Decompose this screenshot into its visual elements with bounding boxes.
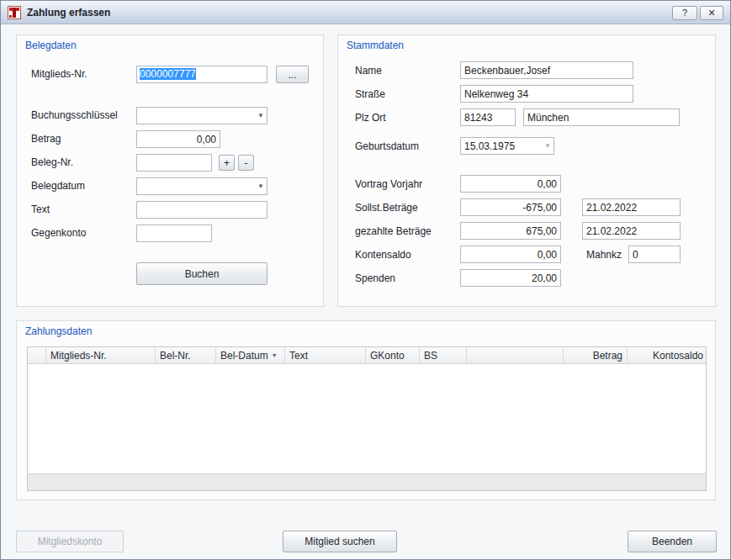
- chevron-down-icon[interactable]: ▼: [544, 142, 551, 151]
- column-header-betrag[interactable]: Betrag: [564, 347, 628, 363]
- mahnkz-input[interactable]: [628, 246, 681, 263]
- betrag-label: Betrag: [31, 133, 61, 145]
- kontensaldo-label: Kontensaldo: [355, 249, 411, 261]
- chevron-down-icon[interactable]: ▼: [257, 182, 264, 191]
- name-input[interactable]: [460, 61, 633, 79]
- sollst-betraege-label: Sollst.Beträge: [355, 202, 418, 214]
- beleg-nr-label: Beleg-Nr.: [31, 156, 73, 168]
- buchungsschluessel-label: Buchungsschlüssel: [31, 109, 118, 121]
- sort-desc-icon: ▼: [272, 352, 278, 358]
- geburtsdatum-label: Geburtsdatum: [355, 140, 419, 152]
- plz-ort-label: Plz Ort: [355, 112, 386, 124]
- gegenkonto-label: Gegenkonto: [31, 227, 86, 239]
- help-button[interactable]: ?: [672, 6, 697, 20]
- mahnkz-label: Mahnkz: [586, 249, 622, 261]
- gegenkonto-input[interactable]: [136, 225, 212, 242]
- grid-body-empty: [28, 364, 706, 473]
- close-button[interactable]: ✕: [700, 6, 723, 20]
- window-title: Zahlung erfassen: [27, 7, 110, 18]
- name-label: Name: [355, 65, 382, 77]
- belegdaten-title: Belegdaten: [25, 40, 77, 51]
- strasse-label: Straße: [355, 88, 385, 100]
- mitgliedskonto-button[interactable]: Mitgliedskonto: [16, 531, 124, 552]
- text-input[interactable]: [136, 201, 268, 219]
- kontensaldo-input[interactable]: [460, 246, 561, 263]
- beleg-nr-input[interactable]: [136, 154, 212, 172]
- stammdaten-title: Stammdaten: [347, 40, 404, 51]
- column-header-text[interactable]: Text: [285, 347, 366, 363]
- grid-footer-strip: [28, 473, 706, 490]
- column-header-indicator: [28, 347, 46, 363]
- grid-header: Mitglieds-Nr. Bel-Nr. Bel-Datum ▼ Text G…: [28, 347, 706, 364]
- vortrag-vorjahr-label: Vortrag Vorjahr: [355, 178, 422, 190]
- vortrag-vorjahr-input[interactable]: [460, 175, 561, 193]
- belegdatum-combo[interactable]: ▼: [136, 177, 268, 195]
- column-header-bel-nr[interactable]: Bel-Nr.: [156, 347, 216, 363]
- column-header-empty[interactable]: [467, 347, 564, 363]
- spenden-label: Spenden: [355, 272, 395, 284]
- zahlung-erfassen-window: Zahlung erfassen ? ✕ Belegdaten Mitglied…: [0, 0, 731, 560]
- gezahlte-betraege-input[interactable]: [460, 222, 561, 240]
- zahlungsdaten-grid: Mitglieds-Nr. Bel-Nr. Bel-Datum ▼ Text G…: [27, 346, 707, 491]
- mitglieds-nr-value: 0000007777: [140, 68, 196, 80]
- ort-input[interactable]: [523, 108, 680, 126]
- belegdatum-label: Belegdatum: [31, 180, 85, 192]
- betrag-input[interactable]: [136, 130, 220, 148]
- plz-input[interactable]: [460, 108, 516, 126]
- gezahlte-betraege-label: gezahlte Beträge: [355, 225, 432, 237]
- zahlungsdaten-group: Zahlungsdaten Mitglieds-Nr. Bel-Nr. Bel-…: [16, 320, 716, 500]
- spenden-input[interactable]: [460, 269, 561, 287]
- mitglieds-nr-input[interactable]: 0000007777: [136, 66, 268, 83]
- text-label: Text: [31, 203, 50, 215]
- beleg-nr-plus-button[interactable]: +: [219, 155, 235, 171]
- browse-button[interactable]: ...: [276, 66, 309, 83]
- belegdaten-group: Belegdaten Mitglieds-Nr. 0000007777 ... …: [16, 34, 324, 307]
- column-header-bel-datum[interactable]: Bel-Datum ▼: [216, 347, 285, 363]
- buchungsschluessel-combo[interactable]: ▼: [136, 107, 268, 124]
- app-icon: [8, 6, 21, 19]
- chevron-down-icon[interactable]: ▼: [257, 112, 264, 120]
- zahlungsdaten-title: Zahlungsdaten: [25, 325, 92, 337]
- column-header-kontosaldo[interactable]: Kontosaldo: [628, 347, 707, 363]
- stammdaten-group: Stammdaten Name Straße Plz Ort Geburtsda…: [337, 34, 716, 307]
- titlebar[interactable]: Zahlung erfassen ? ✕: [1, 1, 730, 24]
- buchen-button[interactable]: Buchen: [136, 262, 268, 285]
- column-header-gkonto[interactable]: GKonto: [366, 347, 420, 363]
- sollst-betraege-input[interactable]: [460, 198, 561, 216]
- column-header-mitglieds-nr[interactable]: Mitglieds-Nr.: [46, 347, 156, 363]
- strasse-input[interactable]: [460, 85, 633, 103]
- column-header-bs[interactable]: BS: [420, 347, 467, 363]
- beenden-button[interactable]: Beenden: [628, 531, 717, 552]
- mitglieds-nr-label: Mitglieds-Nr.: [31, 68, 87, 80]
- beleg-nr-minus-button[interactable]: -: [238, 155, 254, 171]
- geburtsdatum-combo[interactable]: 15.03.1975 ▼: [460, 137, 554, 155]
- mitglied-suchen-button[interactable]: Mitglied suchen: [283, 531, 397, 552]
- gezahlte-datum-input[interactable]: [582, 222, 681, 240]
- sollst-datum-input[interactable]: [582, 198, 681, 216]
